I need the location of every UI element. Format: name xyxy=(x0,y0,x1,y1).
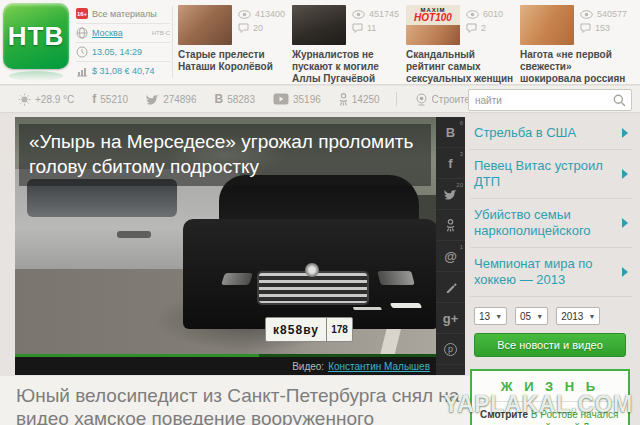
share-pinterest-button[interactable]: p xyxy=(436,334,465,365)
google-plus-icon: g+ xyxy=(443,311,459,326)
chevron-down-icon: ▼ xyxy=(495,313,502,320)
clock-icon xyxy=(76,46,88,58)
site-header: НТВ 16+ Все материалы Москва НТВ-С 13.05… xyxy=(0,0,640,85)
age-badge: 16+ xyxy=(76,8,88,19)
vk-counter[interactable]: В 58283 xyxy=(215,92,255,106)
all-news-button[interactable]: Все новости и видео xyxy=(474,333,626,357)
license-plate-region: 178 xyxy=(326,318,352,341)
story-stats: 413400 20 xyxy=(238,7,285,35)
story-thumbnail[interactable]: MAXIM HOT100 xyxy=(406,5,460,45)
sidebar: Стрельба в США Певец Витас устроил ДТП У… xyxy=(470,117,632,425)
car-drl xyxy=(390,303,422,308)
sidebar-link-shooting-usa[interactable]: Стрельба в США xyxy=(470,117,632,150)
header-menu: 16+ Все материалы Москва НТВ-С 13.05, 14… xyxy=(76,4,170,80)
ntv-logo[interactable]: НТВ xyxy=(3,3,69,69)
sidebar-link-label: Убийство семьи наркополицейского xyxy=(474,207,591,238)
video-headline[interactable]: «Упырь на Мерседесе» угрожал проломить г… xyxy=(19,124,431,186)
story-stats: 6010 2 xyxy=(466,7,503,35)
weather-widget[interactable]: +28.9 °C xyxy=(18,93,74,106)
views-icon xyxy=(466,10,479,19)
share-odnoklassniki-button[interactable] xyxy=(436,210,465,241)
odnoklassniki-count: 14250 xyxy=(352,94,380,105)
webcam-icon xyxy=(415,93,428,106)
comments-count: 153 xyxy=(595,23,610,33)
share-count: 6 xyxy=(460,120,463,126)
year-value: 2013 xyxy=(561,311,583,322)
youtube-counter[interactable]: 35196 xyxy=(273,93,321,105)
video-player: к858ву 178 «Упырь на Мерседесе» угрожал … xyxy=(15,117,465,375)
facebook-counter[interactable]: f 55210 xyxy=(92,92,128,106)
day-select[interactable]: 13 ▼ xyxy=(474,307,507,325)
story-title[interactable]: Журналистов не пускают к могиле Аллы Пуг… xyxy=(292,49,402,85)
menu-item-label: Все материалы xyxy=(92,9,157,19)
car-headlight xyxy=(377,271,414,285)
share-count: 3 xyxy=(460,151,463,157)
day-value: 13 xyxy=(479,311,490,322)
odnoklassniki-counter[interactable]: 14250 xyxy=(339,93,380,106)
city-link[interactable]: Москва xyxy=(92,28,123,38)
vk-count: 58283 xyxy=(227,94,255,105)
mail-icon: @ xyxy=(444,249,457,264)
story-thumbnail[interactable] xyxy=(178,5,232,45)
comments-count: 11 xyxy=(367,23,376,33)
zhizn-item: Смотрите В Ростове начался суд над право… xyxy=(480,408,620,425)
story-stats: 540577 153 xyxy=(580,7,627,35)
youtube-icon xyxy=(273,93,289,105)
menu-item-datetime[interactable]: 13.05, 14:29 xyxy=(76,42,170,61)
zhizn-widget: Ж И З Н Ь Смотрите В Ростове начался суд… xyxy=(470,369,630,425)
menu-item-all-materials[interactable]: 16+ Все материалы xyxy=(76,4,170,23)
share-facebook-button[interactable]: f 3 xyxy=(436,148,465,179)
share-mail-button[interactable]: @ 1 xyxy=(436,241,465,272)
city-extra-label: НТВ-С xyxy=(152,30,170,36)
van-handle xyxy=(117,231,151,238)
twitter-counter[interactable]: 274896 xyxy=(146,94,196,105)
pencil-icon xyxy=(445,281,457,293)
globe-icon xyxy=(76,27,88,39)
video-scene-mercedes: к858ву 178 xyxy=(183,175,436,351)
zhizn-item-lead: Смотрите xyxy=(480,409,528,420)
share-twitter-button[interactable]: 20 xyxy=(436,179,465,210)
article-lead-text: Юный велосипедист из Санкт-Петербурга сн… xyxy=(16,384,462,425)
divider xyxy=(396,92,397,106)
twitter-icon xyxy=(146,94,159,105)
menu-item-currency[interactable]: $ 31,08 € 40,74 xyxy=(76,61,170,80)
comments-count: 2 xyxy=(481,23,486,33)
arrow-right-icon xyxy=(622,128,628,138)
views-count: 6010 xyxy=(483,9,503,19)
twitter-count: 274896 xyxy=(163,94,196,105)
odnoklassniki-icon xyxy=(339,93,348,106)
share-blog-button[interactable] xyxy=(436,272,465,303)
datetime-label: 13.05, 14:29 xyxy=(92,47,142,57)
car-headlight xyxy=(221,273,253,285)
story-thumbnail[interactable] xyxy=(520,5,574,45)
chevron-down-icon: ▼ xyxy=(536,313,543,320)
sidebar-link-murder[interactable]: Убийство семьи наркополицейского xyxy=(470,199,632,248)
youtube-count: 35196 xyxy=(293,94,321,105)
chart-icon xyxy=(76,65,88,77)
share-googleplus-button[interactable]: g+ xyxy=(436,303,465,334)
search-icon[interactable] xyxy=(613,94,626,107)
thumbnail-brand-text: HOT100 xyxy=(406,13,460,23)
sidebar-link-label: Певец Витас устроил ДТП xyxy=(474,158,603,189)
sidebar-link-label: Стрельба в США xyxy=(474,125,576,140)
share-vk-button[interactable]: В 6 xyxy=(436,117,465,148)
menu-item-city[interactable]: Москва НТВ-С xyxy=(76,23,170,42)
story-title[interactable]: Нагота «не первой свежести» шокировала р… xyxy=(520,49,630,85)
search-input[interactable] xyxy=(469,95,613,106)
month-value: 05 xyxy=(520,311,531,322)
video-frame[interactable]: к858ву 178 «Упырь на Мерседесе» угрожал … xyxy=(15,117,436,357)
year-select[interactable]: 2013 ▼ xyxy=(556,307,600,325)
video-credit-link[interactable]: Константин Малышев xyxy=(328,361,430,372)
sidebar-link-hockey[interactable]: Чемпионат мира по хоккею — 2013 xyxy=(470,248,632,297)
odnoklassniki-icon xyxy=(446,219,455,232)
sidebar-link-label: Чемпионат мира по хоккею — 2013 xyxy=(474,256,593,287)
views-icon xyxy=(580,10,593,19)
license-plate: к858ву 178 xyxy=(265,317,353,342)
zhizn-title: Ж И З Н Ь xyxy=(480,379,620,394)
story-title[interactable]: Старые прелести Наташи Королёвой xyxy=(178,49,288,73)
sidebar-link-vitas[interactable]: Певец Витас устроил ДТП xyxy=(470,150,632,199)
search-box xyxy=(468,89,632,111)
story-thumbnail[interactable] xyxy=(292,5,346,45)
date-picker: 13 ▼ 05 ▼ 2013 ▼ xyxy=(474,307,632,325)
month-select[interactable]: 05 ▼ xyxy=(515,307,548,325)
